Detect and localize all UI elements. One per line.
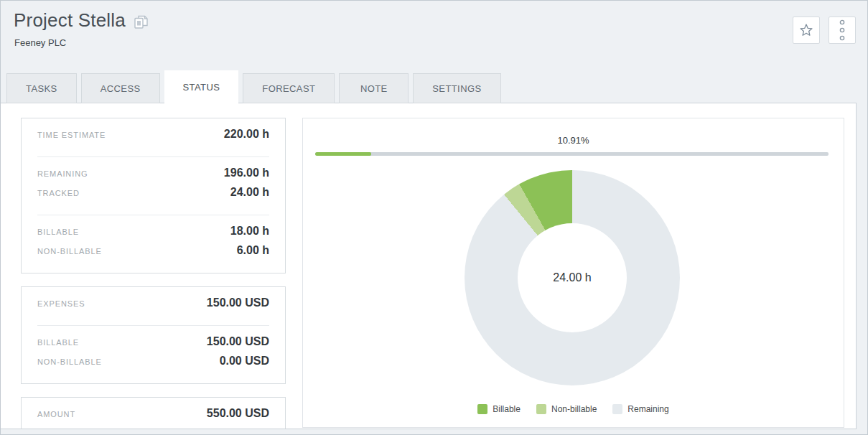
expenses-summary-card: EXPENSES 150.00 USD BILLABLE 150.00 USD … [21,286,286,384]
stat-value: 0.00 USD [220,355,269,368]
star-icon [798,22,814,38]
stat-value: 18.00 h [230,225,269,238]
legend-item-remaining: Remaining [612,404,668,414]
legend-label: Non-billable [551,404,597,414]
status-tab-content: TIME ESTIMATE 220.00 h REMAINING 196.00 … [1,103,857,429]
page-header: Project Stella Feeney PLC [1,1,867,72]
time-summary-card: TIME ESTIMATE 220.00 h REMAINING 196.00 … [21,118,286,273]
stat-label: NON-BILLABLE [37,357,102,366]
tab-bar: TASKS ACCESS STATUS FORECAST NOTE SETTIN… [6,70,501,103]
stat-row-nonbillable-time: NON-BILLABLE 6.00 h [37,244,269,263]
stat-row-billable-time: BILLABLE 18.00 h [37,225,269,244]
stat-value: 196.00 h [224,167,269,179]
legend-swatch-nonbillable [536,404,546,414]
stat-row-remaining: REMAINING 196.00 h [37,167,269,186]
favorite-button[interactable] [793,17,820,44]
more-options-button[interactable] [829,17,856,44]
tab-status[interactable]: STATUS [164,70,239,103]
tab-tasks[interactable]: TASKS [6,73,77,103]
donut-chart-hole: 24.00 h [518,223,627,332]
stat-value: 24.00 h [230,186,269,199]
stat-row-expenses: EXPENSES 150.00 USD [37,296,269,316]
legend-swatch-remaining [612,404,622,414]
stat-value: 150.00 USD [207,296,269,309]
progress-percent-label: 10.91% [303,135,844,146]
legend-item-billable: Billable [477,404,521,414]
chart-legend: Billable Non-billable Remaining [303,404,844,414]
donut-chart: 24.00 h [465,170,680,385]
tab-settings[interactable]: SETTINGS [413,73,500,103]
stat-row-time-estimate: TIME ESTIMATE 220.00 h [37,128,269,147]
stat-row-amount: AMOUNT 550.00 USD [37,407,269,426]
stat-label: TIME ESTIMATE [37,131,106,139]
project-status-page: Project Stella Feeney PLC [0,0,868,435]
time-chart-card: 10.91% 24.00 h Billable Non-billable [302,118,844,428]
stat-label: REMAINING [37,169,88,178]
copy-icon[interactable] [133,13,149,30]
stat-label: BILLABLE [37,338,79,347]
kebab-menu-icon [839,19,846,41]
tab-note[interactable]: NOTE [339,73,409,103]
stat-value: 220.00 h [224,128,269,141]
stat-label: NON-BILLABLE [37,247,102,256]
client-name: Feeney PLC [1,32,867,48]
legend-label: Billable [493,404,521,414]
stat-label: BILLABLE [37,228,79,236]
stat-label: EXPENSES [37,299,85,308]
progress-bar [315,152,829,156]
stat-value: 150.00 USD [207,335,269,348]
page-title: Project Stella [14,9,126,32]
stat-value: 6.00 h [237,244,269,257]
tab-access[interactable]: ACCESS [81,73,160,103]
stat-row-nonbillable-expenses: NON-BILLABLE 0.00 USD [37,355,269,374]
stat-label: TRACKED [37,189,80,197]
legend-label: Remaining [627,404,668,414]
donut-center-label: 24.00 h [553,271,591,284]
progress-bar-fill [315,152,371,156]
tab-forecast[interactable]: FORECAST [243,73,335,103]
stat-value: 550.00 USD [207,407,269,420]
stat-row-billable-expenses: BILLABLE 150.00 USD [37,335,269,355]
amount-summary-card: AMOUNT 550.00 USD [21,397,286,429]
legend-swatch-billable [477,404,487,414]
stat-row-tracked: TRACKED 24.00 h [37,186,269,205]
legend-item-nonbillable: Non-billable [536,404,597,414]
stat-label: AMOUNT [37,410,75,418]
